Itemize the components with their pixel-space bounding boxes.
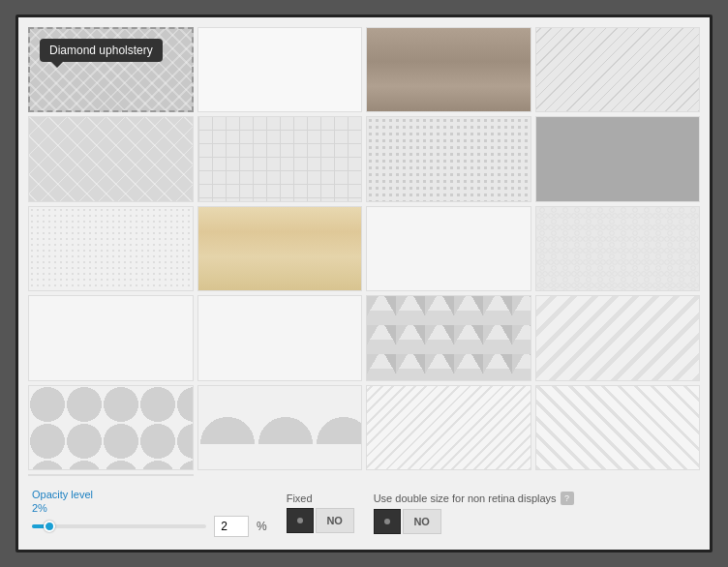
main-container: Diamond upholstery bbox=[15, 15, 713, 552]
tile-diamond-upholstery[interactable]: Diamond upholstery bbox=[28, 27, 194, 112]
empty-2 bbox=[366, 474, 531, 476]
fixed-dark-button[interactable] bbox=[287, 508, 314, 533]
controls-bar: Opacity level 2% % Fixed NO bbox=[28, 482, 700, 540]
empty-1 bbox=[197, 474, 363, 476]
tile-circles2[interactable] bbox=[197, 385, 363, 470]
svg-point-0 bbox=[297, 518, 303, 523]
opacity-slider-track[interactable] bbox=[32, 524, 206, 528]
tile-diagonal2[interactable] bbox=[535, 385, 701, 470]
tile-blank[interactable] bbox=[28, 295, 194, 380]
double-size-label-text: Use double size for non retina displays bbox=[374, 492, 557, 504]
double-size-label-row: Use double size for non retina displays … bbox=[374, 492, 574, 505]
fixed-section: Fixed NO bbox=[287, 492, 354, 533]
tile-light-plain[interactable] bbox=[366, 206, 531, 291]
fixed-label: Fixed bbox=[287, 492, 313, 504]
tooltip: Diamond upholstery bbox=[40, 39, 163, 62]
opacity-section: Opacity level 2% % bbox=[32, 489, 267, 537]
tile-diagonal-light[interactable] bbox=[535, 295, 701, 380]
percent-symbol: % bbox=[257, 520, 267, 533]
fixed-dot-icon bbox=[295, 516, 305, 525]
tile-wood-light[interactable] bbox=[197, 206, 363, 291]
tile-dark-gray[interactable] bbox=[535, 116, 701, 201]
double-no-button[interactable]: NO bbox=[403, 509, 441, 534]
tile-stripes-light[interactable] bbox=[366, 385, 531, 470]
double-dot-icon bbox=[382, 517, 392, 526]
fixed-toggle-group: NO bbox=[287, 508, 354, 533]
tile-ornamental[interactable] bbox=[535, 206, 701, 291]
fixed-no-button[interactable]: NO bbox=[316, 508, 354, 533]
svg-point-1 bbox=[384, 519, 390, 524]
tile-fleur[interactable] bbox=[197, 116, 363, 201]
tile-dots[interactable] bbox=[366, 116, 531, 201]
double-dark-button[interactable] bbox=[374, 509, 401, 534]
double-toggle-group: NO bbox=[374, 509, 574, 534]
tile-cross-pattern[interactable] bbox=[28, 116, 194, 201]
pattern-grid: Diamond upholstery bbox=[28, 27, 700, 476]
tile-wood[interactable] bbox=[366, 27, 531, 112]
opacity-label: Opacity level bbox=[32, 489, 267, 500]
tile-plain-white[interactable] bbox=[197, 27, 363, 112]
help-icon[interactable]: ? bbox=[561, 492, 574, 505]
tile-blank2[interactable] bbox=[197, 295, 363, 380]
double-size-section: Use double size for non retina displays … bbox=[374, 492, 574, 534]
empty-3 bbox=[535, 474, 701, 476]
tile-circles[interactable] bbox=[28, 385, 194, 470]
opacity-percent-display: 2% bbox=[32, 502, 267, 514]
opacity-slider-thumb[interactable] bbox=[44, 521, 55, 532]
tile-diagonal-lines[interactable] bbox=[535, 27, 701, 112]
tile-3d-boxes[interactable] bbox=[366, 295, 531, 380]
tile-small-diagonal[interactable] bbox=[28, 474, 194, 476]
tile-light-dots[interactable] bbox=[28, 206, 194, 291]
slider-row: % bbox=[32, 516, 267, 537]
opacity-number-input[interactable] bbox=[214, 516, 249, 537]
